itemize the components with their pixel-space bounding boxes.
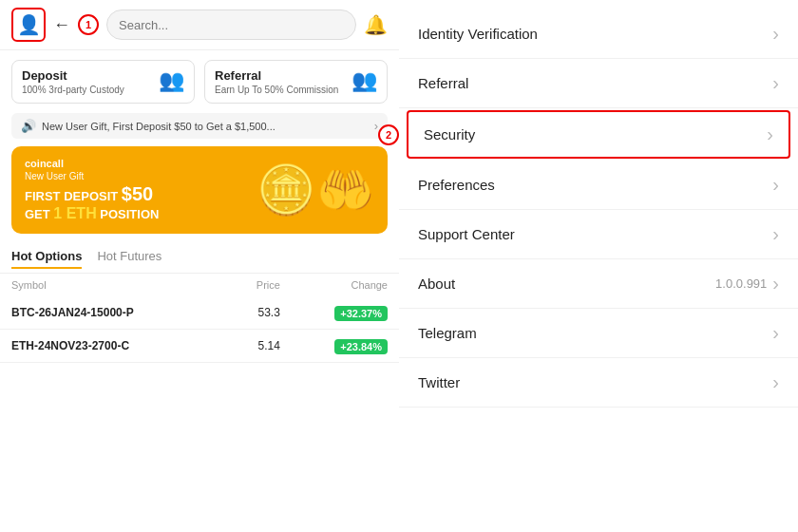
promo-sub: New User Gift (25, 171, 159, 181)
menu-item-referral[interactable]: Referral› (399, 59, 798, 108)
gift-banner-small[interactable]: 🔊 New User Gift, First Deposit $50 to Ge… (11, 113, 388, 139)
row-change-0: +32.37% (280, 304, 388, 321)
back-arrow-icon[interactable]: ← (53, 15, 70, 35)
menu-label-security: Security (424, 126, 767, 142)
top-bar: 👤 ← 1 🔔 (0, 0, 399, 50)
menu-label-preferences: Preferences (418, 177, 772, 193)
table-header: Symbol Price Change (0, 274, 399, 296)
menu-label-twitter: Twitter (418, 374, 772, 390)
menu-label-telegram: Telegram (418, 325, 772, 341)
chevron-right-icon: › (772, 371, 779, 393)
row-change-1: +23.84% (280, 337, 388, 354)
promo-brand: coincall (25, 158, 159, 169)
menu-item-telegram[interactable]: Telegram› (399, 309, 798, 358)
hot-tabs: Hot Options Hot Futures (0, 241, 399, 274)
referral-title: Referral (215, 68, 346, 83)
col-change-header: Change (280, 279, 388, 291)
tab-hot-options[interactable]: Hot Options (11, 249, 82, 269)
chevron-right-icon: › (772, 174, 779, 196)
row-symbol-0: BTC-26JAN24-15000-P (11, 306, 173, 319)
table-row[interactable]: BTC-26JAN24-15000-P 53.3 +32.37% (0, 296, 399, 330)
menu-item-preferences[interactable]: Preferences› (399, 161, 798, 210)
deposit-title: Deposit (22, 68, 153, 83)
bell-icon[interactable]: 🔔 (364, 13, 388, 36)
menu-item-twitter[interactable]: Twitter› (399, 358, 798, 408)
step1-badge: 1 (78, 14, 99, 35)
deposit-sub: 100% 3rd-party Custody (22, 85, 153, 95)
menu-item-support[interactable]: Support Center› (399, 210, 798, 259)
row-price-0: 53.3 (173, 306, 280, 319)
menu-item-about[interactable]: About1.0.0.991› (399, 259, 798, 309)
tab-hot-futures[interactable]: Hot Futures (97, 249, 162, 269)
chevron-right-icon: › (767, 124, 773, 145)
speaker-icon: 🔊 (21, 119, 36, 133)
menu-label-referral: Referral (418, 75, 772, 91)
col-symbol-header: Symbol (11, 279, 173, 291)
row-symbol-1: ETH-24NOV23-2700-C (11, 339, 173, 352)
referral-icon: 👥 (352, 68, 377, 93)
promo-line2: GET 1 ETH POSITION (25, 205, 159, 222)
gift-banner-arrow: › (374, 119, 378, 133)
gift-banner-text: New User Gift, First Deposit $50 to Get … (42, 121, 276, 132)
table-row[interactable]: ETH-24NOV23-2700-C 5.14 +23.84% (0, 330, 399, 363)
deposit-icon: 👥 (159, 68, 184, 93)
row-price-1: 5.14 (173, 339, 280, 352)
promo-cards: Deposit 100% 3rd-party Custody 👥 Referra… (0, 50, 399, 113)
menu-label-identity: Identity Verification (418, 26, 772, 42)
step2-badge: 2 (378, 124, 399, 145)
chevron-right-icon: › (772, 72, 779, 94)
menu-label-support: Support Center (418, 226, 772, 242)
chevron-right-icon: › (772, 23, 779, 45)
referral-card[interactable]: Referral Earn Up To 50% Commission 👥 (204, 60, 388, 104)
chevron-right-icon: › (772, 273, 779, 294)
left-panel: 👤 ← 1 🔔 Deposit 100% 3rd-party Custody 👥… (0, 0, 399, 532)
big-promo-banner[interactable]: coincall New User Gift FIRST DEPOSIT $50… (11, 146, 388, 234)
menu-item-security[interactable]: 2Security› (407, 110, 790, 159)
col-price-header: Price (173, 279, 280, 291)
chevron-right-icon: › (772, 223, 779, 245)
avatar-icon: 👤 (17, 13, 41, 36)
promo-highlight: 1 ETH (53, 205, 96, 221)
promo-amount: $50 (122, 183, 153, 204)
menu-container: Identity Verification›Referral›2Security… (399, 10, 798, 408)
menu-value-about: 1.0.0.991 (715, 276, 767, 291)
deposit-card[interactable]: Deposit 100% 3rd-party Custody 👥 (11, 60, 195, 104)
search-input[interactable] (106, 10, 356, 40)
right-panel: Identity Verification›Referral›2Security… (399, 0, 798, 532)
menu-label-about: About (418, 276, 715, 292)
referral-sub: Earn Up To 50% Commission (215, 85, 346, 95)
promo-line1: FIRST DEPOSIT $50 (25, 183, 159, 205)
avatar-box[interactable]: 👤 (11, 8, 46, 42)
menu-item-identity[interactable]: Identity Verification› (399, 10, 798, 59)
promo-image: 🪙🤲 (256, 162, 374, 218)
chevron-right-icon: › (772, 322, 779, 344)
